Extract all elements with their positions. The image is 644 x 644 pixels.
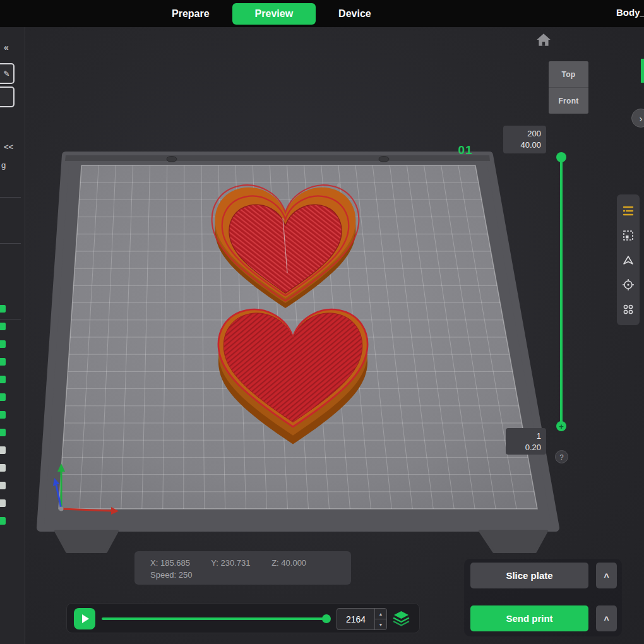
layer-slider-top-handle[interactable] — [556, 152, 566, 162]
playback-slider-knob[interactable] — [322, 614, 331, 623]
slice-options-button[interactable]: ^ — [596, 563, 617, 588]
step-up-button[interactable]: ▲ — [375, 609, 386, 619]
tab-preview[interactable]: Preview — [232, 3, 316, 25]
zoom-target-icon[interactable] — [621, 277, 636, 292]
filament-swatch[interactable] — [0, 464, 6, 472]
filament-swatch-list — [0, 305, 6, 525]
layer-stepper: ▲ ▼ — [374, 609, 386, 629]
layer-slider-max-readout: 200 40.00 — [503, 126, 546, 153]
send-options-button[interactable]: ^ — [596, 605, 617, 631]
view-orientation-buttons: Top Front — [549, 61, 588, 114]
dashed-plate-icon[interactable] — [621, 228, 636, 243]
edit-tool-button[interactable]: ✎ — [0, 63, 15, 84]
collapse-list-icon[interactable]: << — [4, 142, 13, 152]
step-down-button[interactable]: ▼ — [375, 619, 386, 629]
help-button[interactable]: ? — [555, 450, 568, 463]
pencil-icon: ✎ — [3, 69, 9, 78]
filament-swatch[interactable] — [0, 499, 6, 507]
layers-view-toggle[interactable] — [393, 611, 410, 629]
travel-endpoint-marker — [337, 183, 341, 187]
tab-device[interactable]: Device — [336, 8, 374, 20]
view-top-button[interactable]: Top — [549, 61, 588, 87]
slice-plate-button[interactable]: Slice plate — [470, 563, 588, 588]
line-type-legend-icon[interactable] — [621, 203, 636, 218]
left-sidebar-collapsed: « ✎ << g — [0, 27, 25, 644]
scene-3d[interactable]: 01 — [0, 0, 644, 644]
preview-right-toolbar — [617, 194, 640, 325]
filament-swatch[interactable] — [0, 393, 6, 401]
layer-number-input[interactable] — [337, 609, 374, 629]
send-print-button[interactable]: Send print — [470, 605, 588, 631]
scrollbar-indicator[interactable] — [641, 59, 644, 83]
filament-swatch[interactable] — [0, 358, 6, 366]
layer-number-box: ▲ ▼ — [337, 608, 387, 630]
layer-slider-track[interactable] — [560, 158, 563, 426]
caret-up-icon: ^ — [604, 615, 609, 625]
grid-dots-icon[interactable] — [621, 302, 636, 317]
z-value: 40.000 — [281, 558, 306, 568]
speed-value: 250 — [179, 570, 193, 580]
filament-swatch[interactable] — [0, 323, 6, 330]
plus-icon: + — [559, 422, 564, 431]
z-label: Z: — [271, 558, 279, 568]
divider — [0, 197, 21, 198]
playback-slider[interactable] — [102, 617, 327, 620]
main-tabs: Prepare Preview Device — [169, 0, 374, 27]
layer-slider-bottom-handle[interactable]: + — [556, 421, 566, 431]
prism-model-icon[interactable] — [621, 253, 636, 268]
plate-screw — [167, 157, 177, 162]
plate-foot-left — [56, 531, 117, 552]
project-name[interactable]: Body_0 — [616, 7, 644, 18]
x-label: X: — [150, 558, 158, 568]
layer-playback-bar: ▲ ▼ — [66, 603, 420, 633]
speed-label: Speed: — [150, 570, 176, 580]
top-navigation-bar: Prepare Preview Device Body_0 — [0, 0, 644, 27]
home-icon — [537, 33, 551, 45]
divider — [0, 243, 21, 244]
chevron-right-icon: › — [640, 113, 643, 124]
layer-slider-min-readout: 1 0.20 — [506, 428, 546, 455]
view-front-button[interactable]: Front — [549, 88, 588, 114]
collapse-panel-icon[interactable]: « — [4, 42, 9, 52]
filament-swatch[interactable] — [0, 517, 6, 525]
x-value: 185.685 — [160, 558, 190, 568]
filament-swatch[interactable] — [0, 446, 6, 454]
print-actions-panel: Slice plate ^ Send print ^ — [464, 559, 622, 636]
gcode-status-panel: X: 185.685 Y: 230.731 Z: 40.000 Speed: 2… — [134, 551, 351, 585]
y-label: Y: — [211, 558, 218, 568]
tool-button[interactable] — [0, 86, 15, 107]
truncated-panel-label: g — [1, 160, 6, 170]
filament-swatch[interactable] — [0, 411, 6, 419]
home-view-button[interactable] — [535, 33, 552, 48]
layers-icon — [394, 611, 408, 626]
caret-up-icon: ^ — [604, 572, 609, 582]
plate-number-label: 01 — [458, 143, 472, 157]
filament-swatch[interactable] — [0, 482, 6, 489]
filament-swatch[interactable] — [0, 429, 6, 436]
filament-swatch[interactable] — [0, 305, 6, 313]
play-button[interactable] — [74, 608, 95, 629]
plate-foot-right — [480, 531, 547, 552]
filament-swatch[interactable] — [0, 340, 6, 348]
question-icon: ? — [559, 453, 563, 461]
plate-screw — [379, 157, 389, 162]
filament-swatch[interactable] — [0, 376, 6, 383]
y-value: 230.731 — [221, 558, 251, 568]
play-icon — [82, 614, 89, 623]
tab-prepare[interactable]: Prepare — [169, 8, 212, 20]
